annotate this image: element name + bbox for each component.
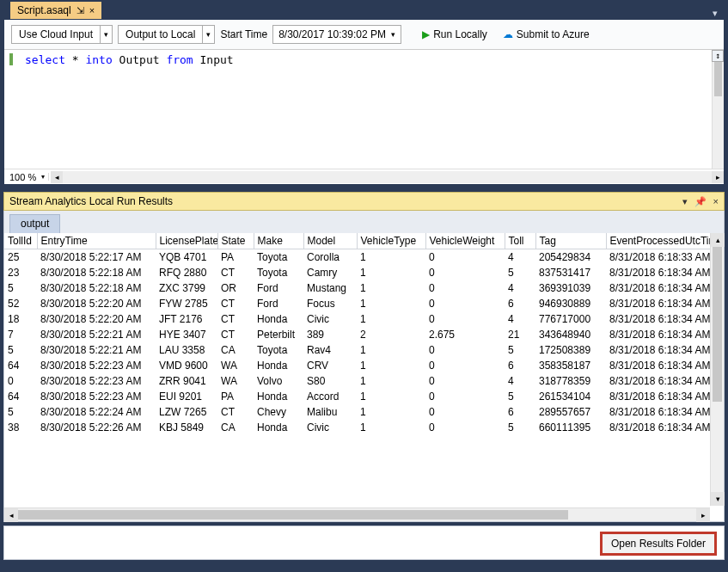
editor-horizontal-scrollbar[interactable]: ◂ ▸ [51, 171, 724, 183]
cell: 261534104 [535, 389, 606, 404]
zoom-level[interactable]: 100 % [4, 172, 38, 182]
cell: Toyota [254, 249, 303, 266]
cell: 0 [425, 389, 505, 404]
split-toggle-icon[interactable]: ↕ [712, 50, 724, 62]
cell: Camry [303, 265, 357, 280]
table-row[interactable]: 648/30/2018 5:22:23 AMEUI 9201PAHondaAcc… [4, 389, 724, 404]
column-header[interactable]: Toll [505, 233, 535, 249]
column-header[interactable]: LicensePlate [156, 233, 217, 249]
tab-title: Script.asaql [17, 4, 71, 16]
close-icon[interactable]: × [713, 196, 719, 207]
chevron-down-icon[interactable]: ▾ [391, 30, 395, 39]
cell: JFT 2176 [156, 311, 217, 327]
pin-icon[interactable]: ⇲ [76, 5, 84, 16]
cell: 8/30/2018 5:22:18 AM [37, 280, 156, 296]
sql-text: * [65, 53, 85, 66]
table-row[interactable]: 58/30/2018 5:22:24 AMLZW 7265CTChevyMali… [4, 404, 724, 420]
column-header[interactable]: Model [303, 233, 357, 249]
column-header[interactable]: VehicleType [357, 233, 425, 249]
table-row[interactable]: 58/30/2018 5:22:21 AMLAU 3358CAToyotaRav… [4, 342, 724, 358]
column-header[interactable]: EventProcessedUtcTime [606, 233, 724, 249]
cell: 1 [357, 358, 425, 373]
results-vertical-scrollbar[interactable]: ▴ ▾ [710, 233, 724, 506]
cell: 1 [357, 389, 425, 404]
scroll-left-icon[interactable]: ◂ [51, 171, 63, 183]
open-results-folder-button[interactable]: Open Results Folder [600, 532, 717, 556]
scrollbar-thumb[interactable] [18, 510, 568, 520]
query-editor[interactable]: select * into Output from Input ↕ [4, 50, 724, 169]
tabstrip-dropdown-icon[interactable]: ▾ [707, 8, 723, 19]
cell: 318778359 [535, 373, 606, 389]
submit-azure-button[interactable]: ☁ Submit to Azure [498, 27, 595, 42]
cloud-input-combo[interactable]: Use Cloud Input ▾ [11, 25, 113, 44]
cell: 25 [4, 249, 37, 266]
table-row[interactable]: 258/30/2018 5:22:17 AMYQB 4701PAToyotaCo… [4, 249, 724, 266]
chevron-down-icon[interactable]: ▾ [100, 26, 112, 43]
results-tabs: output [3, 211, 725, 233]
cell: 5 [4, 342, 37, 358]
document-tab[interactable]: Script.asaql ⇲ × [10, 2, 101, 19]
table-row[interactable]: 238/30/2018 5:22:18 AMRFQ 2880CTToyotaCa… [4, 265, 724, 280]
cell: 6 [505, 358, 535, 373]
close-icon[interactable]: × [89, 5, 95, 15]
output-tab[interactable]: output [9, 214, 60, 233]
cell: WA [217, 373, 254, 389]
cell: 2 [357, 327, 425, 342]
column-header[interactable]: VehicleWeight [425, 233, 505, 249]
cell: Toyota [254, 265, 303, 280]
table-row[interactable]: 388/30/2018 5:22:26 AMKBJ 5849CAHondaCiv… [4, 420, 724, 435]
cell: 8/31/2018 6:18:34 AM [606, 280, 724, 296]
cell: Rav4 [303, 342, 357, 358]
scroll-right-icon[interactable]: ▸ [696, 508, 710, 522]
cell: Honda [254, 420, 303, 435]
sql-text: Output [113, 53, 167, 66]
table-row[interactable]: 648/30/2018 5:22:23 AMVMD 9600WAHondaCRV… [4, 358, 724, 373]
output-local-combo[interactable]: Output to Local ▾ [118, 25, 215, 44]
scroll-left-icon[interactable]: ◂ [4, 508, 18, 522]
chevron-down-icon[interactable]: ▾ [202, 26, 214, 43]
chevron-down-icon[interactable]: ▾ [682, 196, 688, 207]
cell: 4 [505, 249, 535, 266]
scrollbar-thumb[interactable] [714, 62, 722, 96]
pin-icon[interactable]: 📌 [694, 196, 707, 207]
column-header[interactable]: TollId [4, 233, 37, 249]
scrollbar-thumb[interactable] [713, 247, 722, 402]
cell: 8/30/2018 5:22:21 AM [37, 327, 156, 342]
cell: Toyota [254, 342, 303, 358]
cell: 0 [425, 249, 505, 266]
table-row[interactable]: 188/30/2018 5:22:20 AMJFT 2176CTHondaCiv… [4, 311, 724, 327]
editor-vertical-scrollbar[interactable] [712, 62, 724, 169]
scroll-up-icon[interactable]: ▴ [711, 233, 725, 247]
run-locally-button[interactable]: ▶ Run Locally [417, 27, 492, 42]
chevron-down-icon[interactable]: ▾ [38, 173, 49, 181]
pane-splitter[interactable] [0, 185, 728, 192]
cell: 8/30/2018 5:22:18 AM [37, 265, 156, 280]
column-header[interactable]: Tag [535, 233, 606, 249]
cell: 7 [4, 327, 37, 342]
cell: Ford [254, 280, 303, 296]
cell: 289557657 [535, 404, 606, 420]
cell: FYW 2785 [156, 296, 217, 311]
column-header[interactable]: State [217, 233, 254, 249]
scroll-right-icon[interactable]: ▸ [712, 171, 724, 183]
cell: 0 [425, 311, 505, 327]
cell: 1 [357, 373, 425, 389]
cell: 64 [4, 389, 37, 404]
results-grid[interactable]: TollIdEntryTimeLicensePlateStateMakeMode… [4, 233, 724, 435]
cell: 0 [425, 280, 505, 296]
results-horizontal-scrollbar[interactable]: ◂ ▸ [4, 507, 710, 521]
cell: OR [217, 280, 254, 296]
scroll-down-icon[interactable]: ▾ [711, 492, 725, 506]
cell: Mustang [303, 280, 357, 296]
table-row[interactable]: 78/30/2018 5:22:21 AMHYE 3407CTPeterbilt… [4, 327, 724, 342]
table-row[interactable]: 528/30/2018 5:22:20 AMFYW 2785CTFordFocu… [4, 296, 724, 311]
cell: 0 [425, 342, 505, 358]
cell: 1 [357, 249, 425, 266]
column-header[interactable]: EntryTime [37, 233, 156, 249]
cell: Honda [254, 358, 303, 373]
table-row[interactable]: 08/30/2018 5:22:23 AMZRR 9041WAVolvoS801… [4, 373, 724, 389]
cell: 38 [4, 420, 37, 435]
start-time-picker[interactable]: 8/30/2017 10:39:02 PM ▾ [272, 25, 401, 44]
table-row[interactable]: 58/30/2018 5:22:18 AMZXC 3799ORFordMusta… [4, 280, 724, 296]
column-header[interactable]: Make [254, 233, 303, 249]
